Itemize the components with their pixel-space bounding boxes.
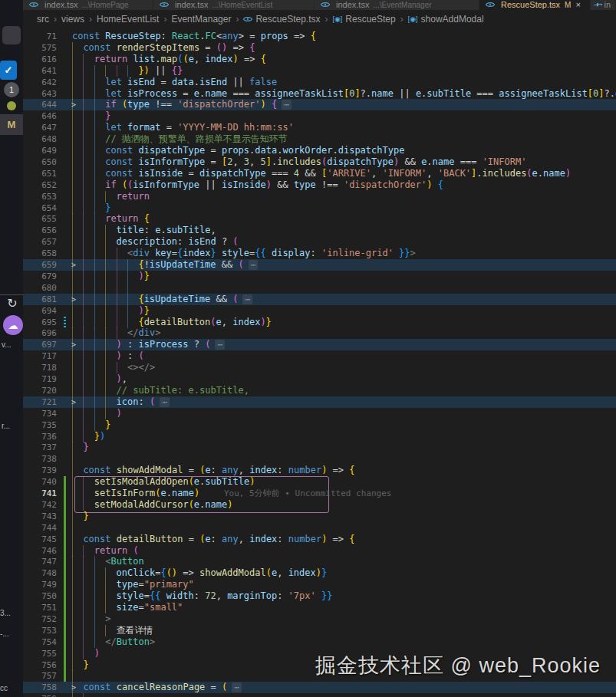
- code-line[interactable]: 658<div key={index} style={{ display: 'i…: [23, 248, 616, 259]
- code-line[interactable]: 740setIsModalAddOpen(e.subTitle): [23, 476, 616, 488]
- code-line[interactable]: 71const RescueStep: React.FC<any> = prop…: [23, 31, 616, 42]
- indent-guide: [83, 99, 84, 110]
- folded-code-ellipsis[interactable]: ⋯: [232, 682, 242, 692]
- editor-tab[interactable]: index.tsx...\HomePage: [23, 0, 153, 10]
- code-line[interactable]: 680: [23, 282, 616, 294]
- code-line[interactable]: 746return (: [23, 545, 616, 557]
- breadcrumb-label: RescueStep.tsx: [255, 14, 320, 25]
- close-icon[interactable]: ×: [575, 0, 580, 9]
- code-line[interactable]: 652if ((isInformType || isInside) && typ…: [23, 179, 616, 191]
- code-line[interactable]: 654}: [23, 202, 616, 214]
- code-line[interactable]: 759: [23, 693, 616, 697]
- code-text: const cancelReasonPage = (⋯: [83, 682, 242, 693]
- code-line[interactable]: 646}: [23, 110, 616, 122]
- folded-code-ellipsis[interactable]: ⋯: [249, 260, 259, 270]
- breadcrumb-item[interactable]: src: [37, 14, 49, 25]
- indent-guide: [83, 499, 84, 511]
- code-line[interactable]: 656title: e.subTitle,: [23, 225, 616, 236]
- code-line[interactable]: 649const dispatchType = props.data.workO…: [23, 145, 616, 156]
- code-line[interactable]: 647let format = 'YYYY-MM-DD hh:mm:ss': [23, 122, 616, 133]
- code-line[interactable]: 681>{isUpdateTime && (⋯: [23, 294, 616, 305]
- breadcrumb-item[interactable]: views: [61, 14, 84, 25]
- code-line[interactable]: 737}: [23, 442, 616, 453]
- fold-chevron-icon[interactable]: >: [69, 259, 78, 271]
- code-line[interactable]: 651const isInside = dispatchType === 4 &…: [23, 168, 616, 179]
- breadcrumb-item[interactable]: [◉]showAddModal: [408, 14, 484, 25]
- editor-tab[interactable]: in: [591, 0, 616, 10]
- editor-tab[interactable]: index.tsx...\EventManager: [315, 0, 479, 10]
- code-line[interactable]: 736}): [23, 431, 616, 442]
- breadcrumb-item[interactable]: RescueStep.tsx: [243, 14, 320, 25]
- code-line[interactable]: 721>icon: (⋯: [23, 396, 616, 408]
- code-line[interactable]: 748onClick={() => showAddModal(e, index)…: [23, 567, 616, 579]
- code-line[interactable]: 752>: [23, 613, 616, 625]
- modified-file-badge[interactable]: M: [0, 114, 23, 135]
- line-number: 694: [29, 305, 57, 317]
- fold-chevron-icon[interactable]: >: [69, 339, 78, 350]
- code-line[interactable]: 657description: isEnd ? (: [23, 236, 616, 248]
- code-line[interactable]: 749type="primary": [23, 579, 616, 590]
- folded-code-ellipsis[interactable]: ⋯: [215, 340, 225, 350]
- code-line[interactable]: 750style={{ width: 72, marginTop: '7px' …: [23, 590, 616, 602]
- indent-guide: [83, 350, 84, 362]
- code-line[interactable]: 742setModalAddCursor(e.name): [23, 499, 616, 511]
- code-line[interactable]: 738: [23, 453, 616, 465]
- code-line[interactable]: 695{detailButton(e, index)}: [23, 317, 616, 328]
- folded-code-ellipsis[interactable]: ⋯: [282, 100, 292, 110]
- code-text: return: [117, 191, 150, 202]
- fold-chevron-icon[interactable]: >: [69, 682, 78, 693]
- code-line[interactable]: 648// 抛洒物、预警单、路损单不显示告知环节: [23, 133, 616, 145]
- code-line[interactable]: 642let isEnd = data.isEnd || false: [23, 77, 616, 88]
- breadcrumb-item[interactable]: HomeEventList: [97, 14, 159, 25]
- truncated-label: v...: [2, 340, 12, 349]
- code-line[interactable]: 754</Button>: [23, 636, 616, 648]
- folded-code-ellipsis[interactable]: ⋯: [242, 294, 252, 304]
- breadcrumb-item[interactable]: [◉]RescueStep: [332, 14, 395, 25]
- fold-chevron-icon[interactable]: >: [69, 99, 78, 110]
- sidebar-placeholder-icon[interactable]: [2, 26, 21, 44]
- code-line[interactable]: 653return: [23, 191, 616, 202]
- code-line[interactable]: 575const renderStepItems = () => {: [23, 42, 616, 54]
- fold-chevron-icon[interactable]: >: [69, 294, 78, 305]
- code-line[interactable]: 694)}: [23, 305, 616, 317]
- code-line[interactable]: 751size="small": [23, 602, 616, 613]
- code-line[interactable]: 643let isProcess = e.name === assigneeTa…: [23, 88, 616, 100]
- code-line[interactable]: 697>) : isProcess ? (⋯: [23, 339, 616, 350]
- code-text: {isUpdateTime && (⋯: [138, 294, 252, 305]
- code-line[interactable]: 741setIsInForm(e.name)You, 5分钟前 • Uncomm…: [23, 488, 616, 499]
- code-line[interactable]: 739const showAddModal = (e: any, index: …: [23, 465, 616, 476]
- code-line[interactable]: 655return {: [23, 213, 616, 225]
- code-line[interactable]: 745const detailButton = (e: any, index: …: [23, 534, 616, 545]
- cloud-extension-icon[interactable]: ☁: [3, 315, 23, 335]
- code-line[interactable]: 720// subTitle: e.subTitle,: [23, 385, 616, 396]
- refresh-icon[interactable]: ↻: [5, 296, 20, 311]
- code-line[interactable]: 734): [23, 408, 616, 419]
- code-line[interactable]: 616return list.map((e, index) => {: [23, 54, 616, 65]
- indent-guide: [105, 191, 106, 202]
- code-line[interactable]: 747<Button: [23, 556, 616, 567]
- code-line[interactable]: 718<></>: [23, 362, 616, 373]
- checkmark-icon[interactable]: ✓: [0, 61, 17, 80]
- code-line[interactable]: 641}) || {}: [23, 65, 616, 77]
- editor-tab[interactable]: RescueStep.tsxM×: [479, 0, 591, 10]
- code-line[interactable]: 735}: [23, 419, 616, 431]
- code-line[interactable]: 758>const cancelReasonPage = (⋯: [23, 682, 616, 693]
- code-line[interactable]: 743}: [23, 511, 616, 522]
- indent-guide: [94, 362, 95, 373]
- indent-guide: [83, 168, 84, 179]
- code-line[interactable]: 696</div>: [23, 327, 616, 339]
- breadcrumb-item[interactable]: EventManager: [171, 14, 231, 25]
- code-line[interactable]: 679)}: [23, 271, 616, 282]
- fold-chevron-icon[interactable]: >: [69, 396, 78, 408]
- editor-code-area[interactable]: 71const RescueStep: React.FC<any> = prop…: [23, 28, 616, 697]
- code-line[interactable]: 719),: [23, 373, 616, 385]
- truncated-label: cc: [0, 684, 8, 692]
- code-line[interactable]: 659>{!isUpdateTime && (⋯: [23, 259, 616, 271]
- editor-tab[interactable]: index.tsx...\HomeEventList: [153, 0, 315, 10]
- code-line[interactable]: 650const isInformType = [2, 3, 5].includ…: [23, 156, 616, 168]
- code-line[interactable]: 644>if (type !== 'dispatchOrder') {⋯: [23, 99, 616, 110]
- code-line[interactable]: 717) : (: [23, 350, 616, 362]
- code-line[interactable]: 744: [23, 522, 616, 534]
- folded-code-ellipsis[interactable]: ⋯: [160, 397, 170, 407]
- code-line[interactable]: 753查看详情: [23, 625, 616, 636]
